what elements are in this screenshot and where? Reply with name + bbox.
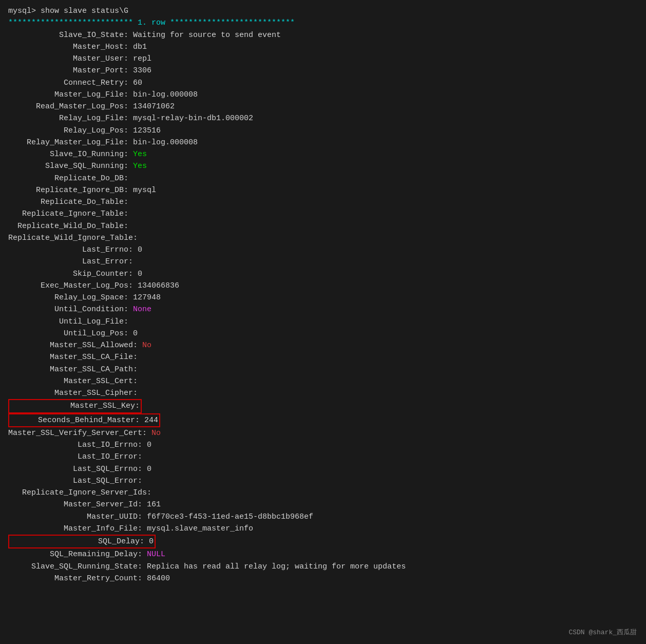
terminal-window: mysql> show slave status\G *************… <box>8 5 638 584</box>
row-value: 0 <box>142 439 151 451</box>
table-row: Replicate_Do_Table: <box>8 196 638 208</box>
row-key: Replicate_Do_DB: <box>8 173 128 184</box>
highlight-box: SQL_Delay: 0 <box>8 535 156 548</box>
table-row: Master_Log_File: bin-log.000008 <box>8 89 638 101</box>
row-key: Last_SQL_Errno: <box>8 463 142 475</box>
table-row: Slave_IO_State: Waiting for source to se… <box>8 29 638 41</box>
table-row: Last_SQL_Error: <box>8 475 638 487</box>
table-row: Last_IO_Error: <box>8 451 638 463</box>
table-row: Replicate_Wild_Ignore_Table: <box>8 232 638 244</box>
row-value: 123516 <box>128 125 161 137</box>
row-value: None <box>128 304 151 315</box>
table-row: Last_IO_Errno: 0 <box>8 439 638 451</box>
row-key: Slave_IO_Running: <box>8 148 128 160</box>
highlight-box-key: Master_SSL_Key: <box>8 399 142 413</box>
row-key: Replicate_Ignore_Table: <box>8 208 128 220</box>
table-row: Master_Server_Id: 161 <box>8 499 638 510</box>
table-row: Replicate_Ignore_Table: <box>8 208 638 220</box>
table-row: Relay_Master_Log_File: bin-log.000008 <box>8 137 638 148</box>
table-row: Read_Master_Log_Pos: 134071062 <box>8 101 638 112</box>
table-row: Master_SSL_Verify_Server_Cert: No <box>8 427 638 439</box>
row-key: SQL_Remaining_Delay: <box>8 548 142 560</box>
row-key: Master_Host: <box>8 41 128 53</box>
table-row: Connect_Retry: 60 <box>8 77 638 89</box>
row-value: f6f70ce3-f453-11ed-ae15-d8bbc1b968ef <box>142 511 313 523</box>
row-value: mysql.slave_master_info <box>142 523 253 535</box>
row-key: Master_SSL_Verify_Server_Cert: <box>8 427 147 439</box>
table-row: Seconds_Behind_Master: 244 <box>8 413 638 427</box>
row-key: Master_Info_File: <box>8 523 142 535</box>
row-value: 60 <box>128 77 142 89</box>
table-row: Relay_Log_Space: 127948 <box>8 292 638 304</box>
table-row: Until_Log_File: <box>8 316 638 328</box>
row-value: Replica has read all relay log; waiting … <box>142 561 406 573</box>
row-key: Skip_Counter: <box>8 268 133 280</box>
table-row: Replicate_Ignore_Server_Ids: <box>8 487 638 499</box>
row-value: Yes <box>128 160 147 172</box>
row-value: 161 <box>142 499 161 510</box>
row-value: bin-log.000008 <box>128 137 198 148</box>
table-row: Slave_IO_Running: Yes <box>8 148 638 160</box>
table-row: Until_Log_Pos: 0 <box>8 328 638 339</box>
table-row: Master_SSL_CA_File: <box>8 351 638 363</box>
table-row: Slave_SQL_Running: Yes <box>8 160 638 172</box>
row-value: 134066836 <box>133 280 179 292</box>
row-key: Connect_Retry: <box>8 77 128 89</box>
row-key: Master_SSL_CA_Path: <box>8 364 138 375</box>
row-key: Slave_SQL_Running_State: <box>8 561 142 573</box>
row-value: db1 <box>128 41 147 53</box>
row-key: Last_IO_Error: <box>8 451 142 463</box>
row-key: Master_SSL_Key: <box>10 402 140 410</box>
table-row: Slave_SQL_Running_State: Replica has rea… <box>8 561 638 573</box>
row-value: Yes <box>128 148 147 160</box>
row-value: No <box>138 339 151 351</box>
row-value: 0 <box>144 537 154 546</box>
row-key: Relay_Log_Space: <box>8 292 128 304</box>
row-key: Replicate_Ignore_Server_Ids: <box>8 487 151 499</box>
row-key: Replicate_Wild_Ignore_Table: <box>8 232 138 244</box>
row-value: bin-log.000008 <box>128 89 198 101</box>
table-row: Master_Retry_Count: 86400 <box>8 573 638 584</box>
row-key: Replicate_Ignore_DB: <box>8 184 128 196</box>
row-key: Master_SSL_Cert: <box>8 375 138 387</box>
row-key: Slave_IO_State: <box>8 29 128 41</box>
table-row: Master_UUID: f6f70ce3-f453-11ed-ae15-d8b… <box>8 511 638 523</box>
table-row: Master_SSL_Key: <box>8 399 638 413</box>
row-value: 0 <box>142 463 151 475</box>
table-row: SQL_Delay: 0 <box>8 535 638 548</box>
watermark: CSDN @shark_西瓜甜 <box>568 628 637 638</box>
table-row: Last_SQL_Errno: 0 <box>8 463 638 475</box>
row-key: Until_Condition: <box>8 304 128 315</box>
row-key: Replicate_Do_Table: <box>8 196 128 208</box>
prompt-line: mysql> show slave status\G <box>8 5 638 17</box>
table-row: Replicate_Ignore_DB: mysql <box>8 184 638 196</box>
row-key: Slave_SQL_Running: <box>8 160 128 172</box>
row-key: Until_Log_Pos: <box>8 328 128 339</box>
row-key: Relay_Master_Log_File: <box>8 137 128 148</box>
table-row: Master_Port: 3306 <box>8 65 638 77</box>
row-value: 0 <box>133 268 142 280</box>
row-key: Read_Master_Log_Pos: <box>8 101 128 112</box>
table-row: Master_SSL_Allowed: No <box>8 339 638 351</box>
table-row: Master_SSL_Cert: <box>8 375 638 387</box>
row-key: Master_Log_File: <box>8 89 128 101</box>
row-key: Seconds_Behind_Master: <box>10 416 140 425</box>
row-value: mysql-relay-bin-db1.000002 <box>128 112 253 124</box>
table-row: Last_Errno: 0 <box>8 244 638 256</box>
table-row: Master_Host: db1 <box>8 41 638 53</box>
table-row: Exec_Master_Log_Pos: 134066836 <box>8 280 638 292</box>
table-row: Master_User: repl <box>8 53 638 65</box>
table-row: Last_Error: <box>8 256 638 268</box>
table-row: Skip_Counter: 0 <box>8 268 638 280</box>
row-key: SQL_Delay: <box>10 537 144 546</box>
prompt-text: mysql> show slave status\G <box>8 5 128 17</box>
row-value: NULL <box>142 548 165 560</box>
row-key: Master_Port: <box>8 65 128 77</box>
row-key: Master_SSL_Cipher: <box>8 387 138 399</box>
divider-top: *************************** 1. row *****… <box>8 17 638 29</box>
row-key: Relay_Log_File: <box>8 112 128 124</box>
row-value: 244 <box>140 416 158 425</box>
table-row: Replicate_Wild_Do_Table: <box>8 220 638 232</box>
table-row: Master_SSL_CA_Path: <box>8 364 638 375</box>
row-key: Last_Error: <box>8 256 133 268</box>
